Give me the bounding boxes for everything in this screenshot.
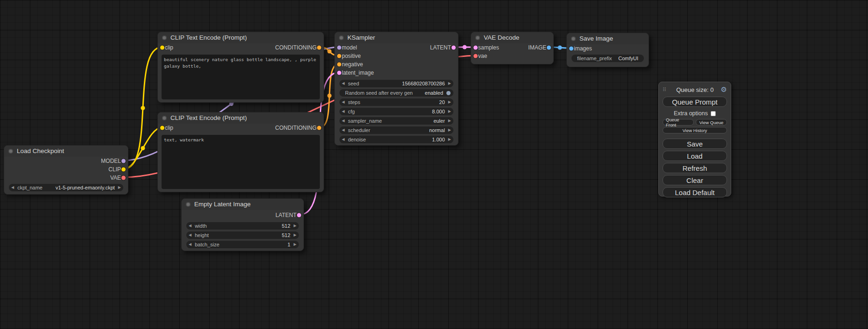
output-dot-vae[interactable] (121, 176, 126, 180)
arrow-left-icon[interactable]: ◀ (189, 241, 191, 248)
input-dot-negative[interactable] (337, 63, 341, 67)
output-dot-latent[interactable] (297, 213, 301, 217)
arrow-left-icon[interactable]: ◀ (11, 184, 14, 191)
arrow-left-icon[interactable]: ◀ (342, 98, 345, 106)
input-dot-samples[interactable] (473, 46, 478, 50)
output-label: LATENT (430, 44, 451, 51)
arrow-left-icon[interactable]: ◀ (342, 108, 345, 115)
toggle-knob-icon[interactable] (446, 91, 451, 95)
widget-scheduler[interactable]: ◀ scheduler normal ▶ (339, 126, 453, 134)
refresh-button[interactable]: Refresh (663, 163, 727, 173)
arrow-right-icon[interactable]: ▶ (448, 98, 451, 106)
input-dot-clip[interactable] (160, 126, 164, 130)
collapse-dot-icon[interactable] (186, 202, 191, 207)
node-title-bar[interactable]: Save Image (567, 33, 649, 44)
link-midpoint-dot[interactable] (463, 45, 467, 49)
node-title-bar[interactable]: CLIP Text Encode (Prompt) (158, 32, 324, 43)
collapse-dot-icon[interactable] (8, 149, 13, 154)
arrow-left-icon[interactable]: ◀ (342, 136, 345, 143)
link-midpoint-dot[interactable] (141, 146, 145, 150)
collapse-dot-icon[interactable] (571, 36, 576, 41)
widget-batch-size[interactable]: ◀ batch_size 1 ▶ (186, 241, 299, 248)
output-dot-conditioning[interactable] (317, 46, 321, 50)
widget-width[interactable]: ◀ width 512 ▶ (186, 222, 299, 230)
link-clip[interactable] (124, 47, 162, 169)
link-midpoint-dot[interactable] (558, 46, 562, 50)
prompt-text-area[interactable]: beautiful scenery nature glass bottle la… (162, 55, 320, 99)
output-slot-model: MODEL (4, 157, 128, 165)
extra-options-checkbox[interactable] (711, 111, 716, 116)
widget-cfg[interactable]: ◀ cfg 8.000 ▶ (339, 108, 453, 115)
node-vae-decode[interactable]: VAE Decode samples IMAGE vae (471, 32, 554, 64)
node-load-checkpoint[interactable]: Load Checkpoint MODEL CLIP VAE ◀ ckpt_na… (4, 145, 128, 195)
link-midpoint-dot[interactable] (327, 94, 332, 98)
load-button[interactable]: Load (663, 151, 727, 161)
link-midpoint-dot[interactable] (327, 49, 332, 54)
settings-gear-icon[interactable]: ⚙ (721, 85, 727, 94)
node-title-bar[interactable]: Empty Latent Image (182, 199, 303, 210)
arrow-left-icon[interactable]: ◀ (189, 222, 191, 230)
output-dot-image[interactable] (547, 46, 551, 50)
node-title-bar[interactable]: KSampler (335, 32, 458, 43)
arrow-right-icon[interactable]: ▶ (448, 108, 451, 115)
input-dot-model[interactable] (337, 46, 341, 50)
widget-filename-prefix[interactable]: filename_prefix ComfyUI (572, 55, 644, 62)
node-title-bar[interactable]: Load Checkpoint (4, 146, 128, 157)
arrow-left-icon[interactable]: ◀ (189, 231, 191, 239)
arrow-right-icon[interactable]: ▶ (448, 126, 451, 134)
arrow-right-icon[interactable]: ▶ (118, 184, 121, 191)
output-dot-model[interactable] (121, 159, 126, 163)
load-default-button[interactable]: Load Default (663, 187, 727, 197)
collapse-dot-icon[interactable] (475, 35, 480, 40)
widget-random-seed-toggle[interactable]: Random seed after every gen enabled (339, 89, 453, 97)
collapse-dot-icon[interactable] (339, 35, 344, 40)
arrow-right-icon[interactable]: ▶ (294, 222, 296, 230)
queue-front-button[interactable]: Queue Front (663, 119, 694, 126)
input-dot-latent-image[interactable] (337, 71, 341, 75)
save-button[interactable]: Save (663, 139, 727, 149)
node-clip-text-encode-positive[interactable]: CLIP Text Encode (Prompt) clip CONDITION… (157, 32, 324, 103)
widget-sampler-name[interactable]: ◀ sampler_name euler ▶ (339, 117, 453, 125)
view-queue-button[interactable]: View Queue (696, 119, 727, 126)
widget-steps[interactable]: ◀ steps 20 ▶ (339, 98, 453, 106)
input-dot-vae[interactable] (473, 54, 478, 58)
view-history-button[interactable]: View History (663, 127, 727, 133)
arrow-right-icon[interactable]: ▶ (448, 80, 451, 87)
arrow-left-icon[interactable]: ◀ (342, 126, 345, 134)
widget-denoise[interactable]: ◀ denoise 1.000 ▶ (339, 136, 453, 143)
arrow-right-icon[interactable]: ▶ (294, 231, 296, 239)
node-clip-text-encode-negative[interactable]: CLIP Text Encode (Prompt) clip CONDITION… (157, 112, 324, 192)
arrow-right-icon[interactable]: ▶ (448, 117, 451, 125)
node-ksampler[interactable]: KSampler model LATENT positive negative … (334, 32, 459, 146)
graph-canvas[interactable]: Load Checkpoint MODEL CLIP VAE ◀ ckpt_na… (0, 0, 868, 329)
clear-button[interactable]: Clear (663, 175, 727, 185)
node-empty-latent-image[interactable]: Empty Latent Image LATENT ◀ width 512 ▶ … (181, 198, 304, 251)
arrow-left-icon[interactable]: ◀ (342, 117, 345, 125)
widget-seed[interactable]: ◀ seed 156680208700286 ▶ (339, 80, 453, 87)
drag-handle-icon[interactable]: ⠿ (663, 87, 666, 93)
link-clip[interactable] (124, 127, 162, 169)
output-label: CONDITIONING (275, 44, 317, 51)
arrow-left-icon[interactable]: ◀ (342, 80, 345, 87)
output-dot-clip[interactable] (121, 168, 126, 172)
node-title-bar[interactable]: VAE Decode (471, 32, 553, 43)
node-title: KSampler (347, 34, 375, 41)
output-dot-latent[interactable] (452, 46, 456, 50)
prompt-text-area[interactable]: text, watermark (162, 135, 320, 189)
queue-prompt-button[interactable]: Queue Prompt (663, 97, 727, 107)
input-dot-clip[interactable] (160, 46, 164, 50)
widget-height[interactable]: ◀ height 512 ▶ (186, 231, 299, 239)
link-midpoint-dot[interactable] (141, 106, 145, 110)
output-dot-conditioning[interactable] (317, 126, 321, 130)
collapse-dot-icon[interactable] (162, 35, 167, 40)
extra-options-row: Extra options (663, 110, 727, 117)
input-dot-images[interactable] (569, 47, 573, 51)
widget-ckpt-name[interactable]: ◀ ckpt_name v1-5-pruned-emaonly.ckpt ▶ (9, 184, 123, 191)
collapse-dot-icon[interactable] (162, 116, 167, 120)
input-label: clip (165, 125, 173, 131)
input-dot-positive[interactable] (337, 54, 341, 58)
arrow-right-icon[interactable]: ▶ (448, 136, 451, 143)
arrow-right-icon[interactable]: ▶ (294, 241, 296, 248)
node-title-bar[interactable]: CLIP Text Encode (Prompt) (158, 112, 324, 124)
node-save-image[interactable]: Save Image images filename_prefix ComfyU… (566, 33, 649, 67)
